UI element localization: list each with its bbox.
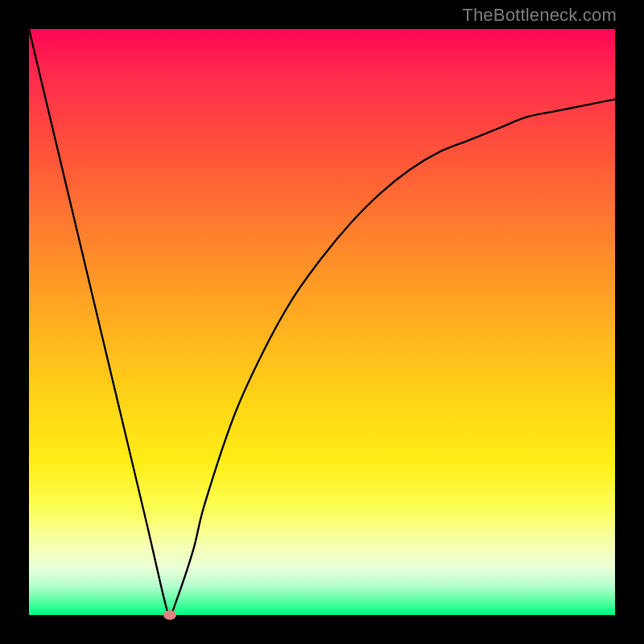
chart-frame: TheBottleneck.com <box>0 0 644 644</box>
curve-svg <box>29 29 615 615</box>
bottleneck-curve <box>29 29 615 615</box>
plot-area <box>29 29 615 615</box>
min-point-marker <box>163 610 176 620</box>
watermark-text: TheBottleneck.com <box>462 5 617 26</box>
